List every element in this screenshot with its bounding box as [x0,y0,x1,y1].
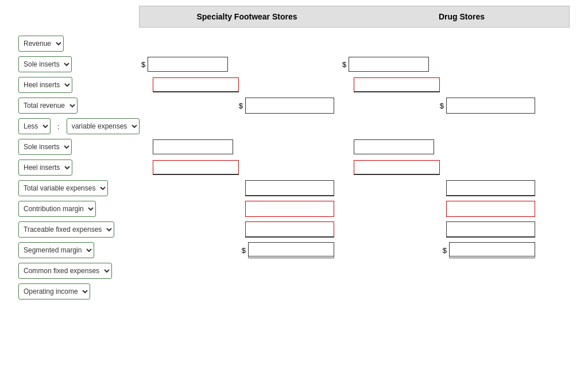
drug-total-revenue-dollar: $ [438,102,446,110]
specialty-sole-inserts-revenue-input[interactable] [148,57,228,72]
drug-sole-inserts-revenue-input[interactable] [349,57,429,72]
specialty-segmented-dollar: $ [239,246,248,255]
traceable-fixed-select[interactable]: Traceable fixed expenses [18,221,114,238]
specialty-contribution-margin-input[interactable] [245,201,334,217]
total-variable-select[interactable]: Total variable expenses [18,180,108,196]
drug-header: Drug Stores [354,6,569,27]
revenue-select[interactable]: Revenue [18,36,64,52]
specialty-total-revenue-input[interactable] [245,98,334,114]
drug-segmented-dollar: $ [440,246,449,255]
segmented-margin-select[interactable]: Segmented margin [18,242,94,258]
specialty-total-variable-input[interactable] [245,180,334,196]
specialty-heel-inserts-revenue-input[interactable] [153,77,239,92]
drug-traceable-fixed-input[interactable] [446,221,535,238]
variable-expenses-select[interactable]: variable expenses [67,118,140,134]
drug-sole-dollar: $ [340,60,349,69]
heel-inserts-revenue-select[interactable]: Heel inserts [18,77,72,93]
total-revenue-select[interactable]: Total revenue [18,98,78,114]
specialty-heel-inserts-var-input[interactable] [153,160,239,175]
heel-inserts-var-select[interactable]: Heel inserts [18,160,72,176]
drug-heel-inserts-revenue-input[interactable] [354,77,440,92]
drug-contribution-margin-input[interactable] [446,201,535,217]
operating-income-select[interactable]: Operating income [18,283,90,300]
specialty-sole-inserts-var-input[interactable] [153,139,233,154]
less-select[interactable]: Less [18,118,51,134]
specialty-header: Specialty Footwear Stores [140,6,354,27]
specialty-sole-dollar: $ [139,60,148,69]
sole-inserts-var-select[interactable]: Sole inserts [18,139,72,155]
specialty-segmented-margin-input[interactable] [248,242,334,258]
drug-total-variable-input[interactable] [446,180,535,196]
drug-heel-inserts-var-input[interactable] [354,160,440,175]
contribution-margin-select[interactable]: Contribution margin [18,201,96,217]
drug-segmented-margin-input[interactable] [449,242,535,258]
specialty-total-revenue-dollar: $ [237,102,245,110]
sole-inserts-revenue-select[interactable]: Sole inserts [18,56,72,72]
specialty-traceable-fixed-input[interactable] [245,221,334,238]
drug-total-revenue-input[interactable] [446,98,535,114]
common-fixed-select[interactable]: Common fixed expenses [18,263,112,279]
drug-sole-inserts-var-input[interactable] [354,139,434,154]
colon: : [54,122,63,131]
